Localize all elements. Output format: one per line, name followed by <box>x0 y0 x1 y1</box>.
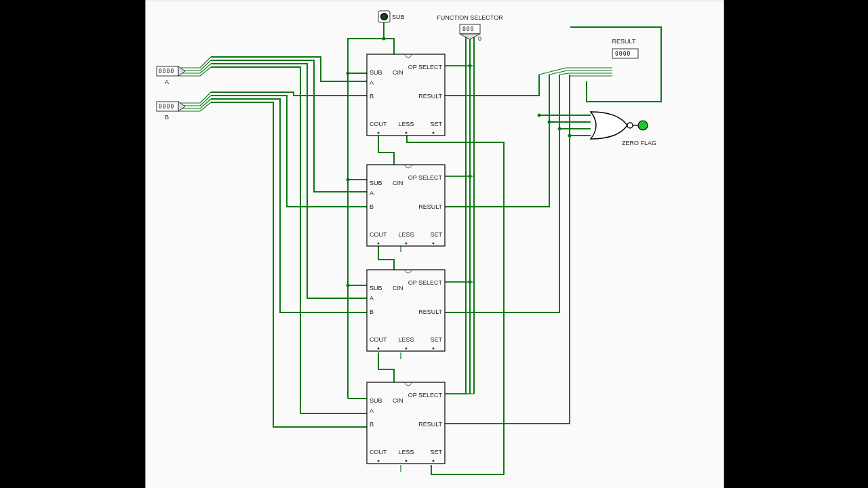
gate-nor-zero: ZERO FLAG <box>591 112 656 146</box>
svg-point-20 <box>627 123 633 128</box>
svg-text:OP SELECT: OP SELECT <box>408 174 443 181</box>
alu-slice-0[interactable]: SUB CIN OP SELECT A B RESULT COUT LESS S… <box>367 54 445 136</box>
a-label: A <box>165 79 169 85</box>
svg-point-34 <box>433 132 435 134</box>
svg-text:SET: SET <box>430 449 442 455</box>
input-sub[interactable]: SUB <box>378 11 405 22</box>
svg-point-72 <box>406 460 408 462</box>
svg-text:RESULT: RESULT <box>418 203 442 210</box>
svg-point-47 <box>433 243 435 245</box>
svg-text:CIN: CIN <box>393 397 403 404</box>
svg-text:COUT: COUT <box>370 231 387 238</box>
alu-slice-2[interactable]: SUB CIN OP SELECT A B RESULT COUT LESS S… <box>367 270 445 351</box>
svg-text:OP SELECT: OP SELECT <box>408 279 443 286</box>
svg-point-9 <box>558 127 561 131</box>
svg-text:SUB: SUB <box>370 180 382 186</box>
sub-label: SUB <box>392 14 405 20</box>
funcsel-value: 000 <box>462 26 474 33</box>
svg-point-2 <box>347 284 350 287</box>
zero-flag-label: ZERO FLAG <box>622 140 656 146</box>
svg-text:LESS: LESS <box>398 121 414 127</box>
svg-point-6 <box>469 281 472 284</box>
svg-marker-14 <box>460 34 480 39</box>
svg-point-7 <box>538 114 541 117</box>
svg-text:OP SELECT: OP SELECT <box>408 392 443 399</box>
circuit-canvas[interactable]: 0 SUB FUNCTION S <box>145 0 724 488</box>
svg-point-58 <box>378 348 380 350</box>
svg-point-45 <box>378 243 380 245</box>
svg-text:A: A <box>370 190 374 197</box>
alu-slice-1[interactable]: SUB CIN OP SELECT A B RESULT COUT LESS S… <box>367 165 445 246</box>
svg-text:SUB: SUB <box>370 397 382 404</box>
svg-text:RESULT: RESULT <box>418 421 442 428</box>
svg-text:B: B <box>370 93 374 100</box>
svg-text:CIN: CIN <box>393 285 403 291</box>
b-value: 0000 <box>159 104 174 110</box>
wire-b-bus <box>178 92 367 427</box>
svg-point-3 <box>382 37 386 41</box>
svg-text:RESULT: RESULT <box>418 308 442 315</box>
svg-point-5 <box>469 175 472 178</box>
result-label: RESULT <box>612 38 636 45</box>
svg-text:LESS: LESS <box>398 231 414 238</box>
result-value: 0000 <box>615 51 631 57</box>
alu-slice-3[interactable]: SUB CIN OP SELECT A B RESULT COUT LESS S… <box>367 382 445 464</box>
svg-text:LESS: LESS <box>398 449 414 455</box>
svg-text:SET: SET <box>430 231 442 238</box>
svg-point-59 <box>406 348 408 350</box>
svg-text:A: A <box>370 79 374 86</box>
schematic-svg: 0 SUB FUNCTION S <box>146 0 724 488</box>
svg-text:SUB: SUB <box>370 285 382 291</box>
svg-text:LESS: LESS <box>398 336 414 343</box>
svg-point-1 <box>347 178 350 182</box>
zero-flag-led-icon <box>638 121 648 130</box>
svg-point-10 <box>568 134 572 138</box>
wire-opselect-bus: 0 <box>445 34 481 394</box>
pillarbox-right <box>723 0 868 488</box>
svg-text:SET: SET <box>430 336 442 343</box>
svg-text:COUT: COUT <box>370 121 387 127</box>
svg-text:COUT: COUT <box>370 336 387 343</box>
svg-point-33 <box>406 132 408 134</box>
svg-text:RESULT: RESULT <box>418 93 442 100</box>
svg-text:B: B <box>370 421 374 428</box>
svg-point-46 <box>406 243 408 245</box>
output-result: RESULT 0000 <box>612 38 638 58</box>
funcsel-label: FUNCTION SELECTOR <box>437 14 503 21</box>
svg-text:CIN: CIN <box>393 180 403 186</box>
funcsel-tri-out: 0 <box>478 35 481 42</box>
svg-point-12 <box>381 14 388 20</box>
svg-text:CIN: CIN <box>393 69 403 76</box>
svg-point-4 <box>469 64 472 68</box>
svg-point-8 <box>548 121 551 124</box>
pillarbox-left <box>0 0 145 488</box>
svg-text:A: A <box>370 407 374 414</box>
input-function-selector[interactable]: FUNCTION SELECTOR 000 <box>437 14 503 39</box>
svg-text:SUB: SUB <box>370 69 382 76</box>
b-label: B <box>165 114 169 121</box>
a-value: 0000 <box>159 68 174 75</box>
svg-text:B: B <box>370 203 374 210</box>
svg-point-73 <box>433 460 435 462</box>
svg-point-0 <box>347 72 350 75</box>
svg-text:SET: SET <box>430 121 442 127</box>
svg-point-32 <box>378 132 380 134</box>
svg-point-60 <box>433 348 435 350</box>
svg-text:B: B <box>370 308 374 315</box>
svg-text:COUT: COUT <box>370 449 387 455</box>
svg-text:OP SELECT: OP SELECT <box>408 64 443 70</box>
svg-point-71 <box>378 460 380 462</box>
svg-text:A: A <box>370 295 374 302</box>
